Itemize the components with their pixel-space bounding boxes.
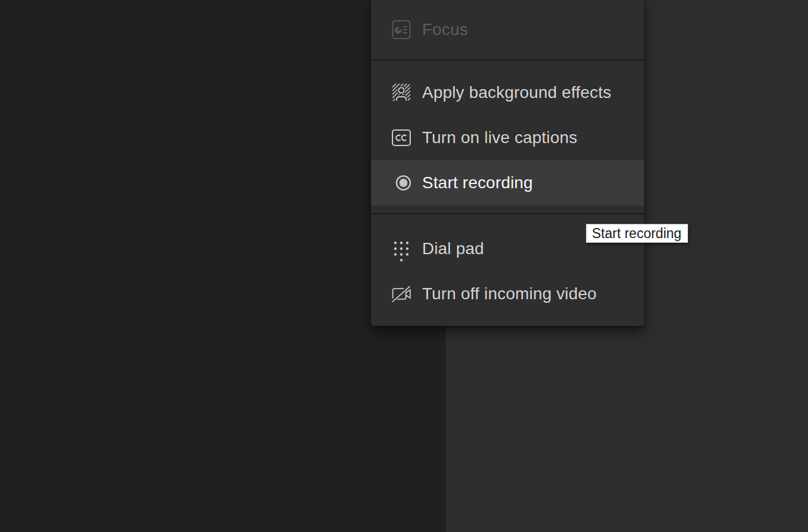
video-off-icon — [391, 283, 411, 305]
tooltip-text: Start recording — [592, 226, 682, 241]
menu-item-focus[interactable]: Focus — [371, 7, 644, 52]
menu-item-apply-background-effects[interactable]: Apply background effects — [371, 70, 644, 115]
background-effects-icon — [391, 83, 411, 102]
more-actions-menu: Focus — [371, 0, 644, 326]
live-captions-icon — [391, 128, 411, 147]
menu-item-label: Focus — [422, 20, 468, 39]
dial-pad-icon — [391, 236, 411, 262]
menu-item-turn-off-incoming-video[interactable]: Turn off incoming video — [371, 271, 644, 316]
menu-item-label: Dial pad — [422, 239, 484, 258]
record-icon — [391, 172, 411, 194]
menu-item-label: Turn off incoming video — [422, 284, 597, 303]
focus-icon — [391, 20, 411, 39]
menu-item-label: Apply background effects — [422, 83, 611, 102]
menu-group-meeting-actions: Apply background effects Turn on live ca… — [371, 61, 644, 213]
menu-item-label: Turn on live captions — [422, 128, 578, 147]
menu-item-start-recording[interactable]: Start recording — [371, 160, 644, 205]
menu-group-focus: Focus — [371, 0, 644, 59]
start-recording-tooltip: Start recording — [586, 224, 688, 243]
menu-item-label: Start recording — [422, 173, 533, 192]
menu-item-turn-on-live-captions[interactable]: Turn on live captions — [371, 115, 644, 160]
